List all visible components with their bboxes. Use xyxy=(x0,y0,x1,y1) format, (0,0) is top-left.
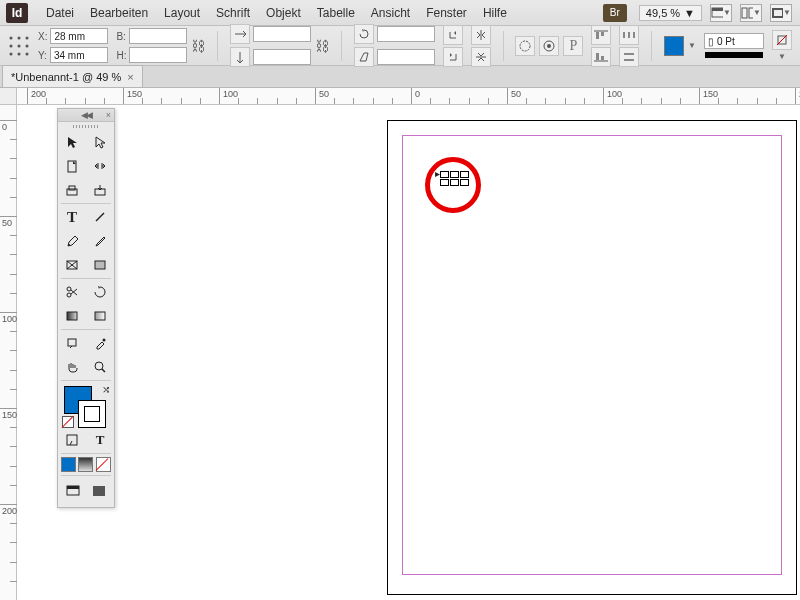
svg-line-35 xyxy=(96,213,104,221)
fill-color-swatch[interactable] xyxy=(664,36,684,56)
distribute-v-button[interactable] xyxy=(619,47,639,67)
flip-vertical-button[interactable] xyxy=(471,47,491,67)
free-transform-tool[interactable] xyxy=(86,280,114,304)
default-fill-stroke-icon[interactable] xyxy=(62,416,74,428)
menu-schrift[interactable]: Schrift xyxy=(208,0,258,26)
selection-tool[interactable] xyxy=(58,130,86,154)
constrain-proportions-icon[interactable]: ⛓ xyxy=(191,38,205,54)
gradient-feather-tool[interactable] xyxy=(86,304,114,328)
page-tool[interactable] xyxy=(58,154,86,178)
apply-to-text-button[interactable]: T xyxy=(86,428,114,452)
rotation-input[interactable] xyxy=(377,26,435,42)
menu-datei[interactable]: Datei xyxy=(38,0,82,26)
menu-bearbeiten[interactable]: Bearbeiten xyxy=(82,0,156,26)
ruler-origin[interactable] xyxy=(0,88,17,105)
close-icon[interactable]: × xyxy=(127,71,133,83)
type-tool[interactable]: T xyxy=(58,205,86,229)
zoom-tool[interactable] xyxy=(86,355,114,379)
view-mode-preview-button[interactable] xyxy=(86,479,112,503)
x-position-input[interactable]: 28 mm xyxy=(50,28,108,44)
apply-color-button[interactable] xyxy=(61,457,76,472)
scale-x-icon xyxy=(230,24,250,44)
bridge-button[interactable]: Br xyxy=(603,4,627,22)
gap-tool[interactable] xyxy=(86,154,114,178)
rotate-90-ccw-button[interactable] xyxy=(443,47,463,67)
flip-horizontal-button[interactable] xyxy=(471,25,491,45)
apply-gradient-button[interactable] xyxy=(78,457,93,472)
align-bottom-button[interactable] xyxy=(591,47,611,67)
document-tab-bar: *Unbenannt-1 @ 49 % × xyxy=(0,66,800,88)
scale-x-input[interactable] xyxy=(253,26,311,42)
menu-fenster[interactable]: Fenster xyxy=(418,0,475,26)
width-input[interactable] xyxy=(129,28,187,44)
panel-grip[interactable] xyxy=(58,122,114,130)
svg-line-38 xyxy=(67,261,77,269)
screen-mode-button[interactable]: ▼ xyxy=(710,4,732,22)
scissors-tool[interactable] xyxy=(58,280,86,304)
chevron-down-icon[interactable]: ▼ xyxy=(778,52,786,61)
workspace-switcher-button[interactable]: ▼ xyxy=(770,4,792,22)
svg-line-39 xyxy=(67,261,77,269)
page-canvas[interactable]: ▸ ◀◀× T xyxy=(17,105,800,600)
vertical-ruler[interactable]: 050100150200250 xyxy=(0,105,17,600)
tools-panel-collapse[interactable]: ◀◀× xyxy=(58,109,114,122)
direct-selection-tool[interactable] xyxy=(86,130,114,154)
menu-layout[interactable]: Layout xyxy=(156,0,208,26)
select-content-button[interactable] xyxy=(539,36,559,56)
chevron-down-icon[interactable]: ▼ xyxy=(688,41,696,50)
rectangle-tool[interactable] xyxy=(86,253,114,277)
menu-objekt[interactable]: Objekt xyxy=(258,0,309,26)
menu-hilfe[interactable]: Hilfe xyxy=(475,0,515,26)
paragraph-style-icon[interactable]: P xyxy=(563,36,583,56)
close-icon[interactable]: × xyxy=(106,110,111,120)
line-tool[interactable] xyxy=(86,205,114,229)
hruler-mark: 50 xyxy=(511,89,521,99)
eyedropper-tool[interactable] xyxy=(86,331,114,355)
gradient-swatch-tool[interactable] xyxy=(58,304,86,328)
rotate-90-cw-button[interactable] xyxy=(443,25,463,45)
horizontal-ruler[interactable]: 20015010050050100150200 xyxy=(0,88,800,105)
note-tool[interactable] xyxy=(58,331,86,355)
document-tab[interactable]: *Unbenannt-1 @ 49 % × xyxy=(2,65,143,87)
pencil-tool[interactable] xyxy=(86,229,114,253)
menu-tabelle[interactable]: Tabelle xyxy=(309,0,363,26)
effects-button[interactable] xyxy=(772,30,792,50)
svg-rect-40 xyxy=(95,261,105,269)
pen-tool[interactable] xyxy=(58,229,86,253)
view-mode-normal-button[interactable] xyxy=(60,479,86,503)
hand-tool[interactable] xyxy=(58,355,86,379)
align-top-button[interactable] xyxy=(591,25,611,45)
shear-input[interactable] xyxy=(377,49,435,65)
select-container-button[interactable] xyxy=(515,36,535,56)
menu-ansicht[interactable]: Ansicht xyxy=(363,0,418,26)
rectangle-frame-tool[interactable] xyxy=(58,253,86,277)
constrain-scale-icon[interactable]: ⛓ xyxy=(315,38,329,54)
svg-point-11 xyxy=(26,44,29,47)
y-position-input[interactable]: 34 mm xyxy=(50,47,108,63)
svg-point-47 xyxy=(95,362,103,370)
tools-panel[interactable]: ◀◀× T xyxy=(57,108,115,508)
svg-rect-19 xyxy=(596,32,599,39)
fill-stroke-proxy[interactable]: ⤭ xyxy=(58,382,114,428)
swap-fill-stroke-icon[interactable]: ⤭ xyxy=(102,384,110,395)
distribute-h-button[interactable] xyxy=(619,25,639,45)
svg-point-17 xyxy=(547,44,551,48)
svg-point-13 xyxy=(18,52,21,55)
scale-y-input[interactable] xyxy=(253,49,311,65)
apply-to-container-button[interactable] xyxy=(58,428,86,452)
apply-none-button[interactable] xyxy=(96,457,111,472)
content-collector-tool[interactable] xyxy=(58,178,86,202)
stroke-weight-input[interactable]: ▯0 Pt xyxy=(704,33,764,49)
height-input[interactable] xyxy=(129,47,187,63)
arrange-documents-button[interactable]: ▼ xyxy=(740,4,762,22)
zoom-level-dropdown[interactable]: 49,5 %▼ xyxy=(639,5,702,21)
svg-point-7 xyxy=(18,36,21,39)
svg-rect-25 xyxy=(628,32,630,38)
stroke-proxy[interactable] xyxy=(78,400,106,428)
content-placer-tool[interactable] xyxy=(86,178,114,202)
reference-point-grid[interactable] xyxy=(8,35,30,57)
svg-rect-52 xyxy=(93,486,105,496)
workspace: 050100150200250 ▸ ◀◀× xyxy=(0,105,800,600)
stroke-style-dropdown[interactable] xyxy=(705,52,763,58)
svg-point-41 xyxy=(67,293,71,297)
